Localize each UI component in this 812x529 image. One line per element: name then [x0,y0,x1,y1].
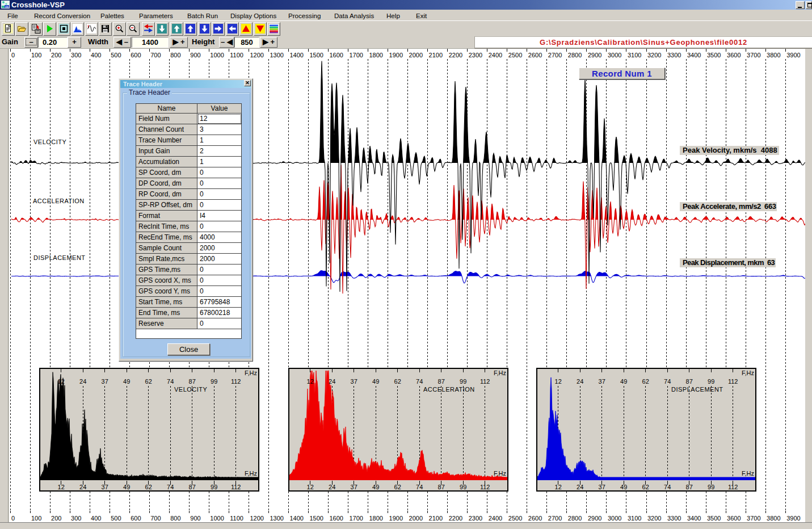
svg-text:VELOCITY: VELOCITY [33,138,67,145]
svg-text:2400: 2400 [489,52,502,58]
svg-text:3900: 3900 [786,515,800,522]
svg-text:112: 112 [231,378,241,385]
svg-text:1700: 1700 [350,515,363,522]
svg-text:2100: 2100 [429,52,443,58]
svg-text:F,Hz: F,Hz [245,470,257,477]
svg-text:12: 12 [58,378,65,385]
svg-text:112: 112 [480,378,490,385]
svg-text:74: 74 [416,378,423,385]
svg-text:3200: 3200 [647,515,661,522]
svg-text:1400: 1400 [289,52,303,58]
svg-text:VELOCITY: VELOCITY [174,386,208,393]
svg-text:300: 300 [71,515,81,522]
svg-text:49: 49 [620,484,627,490]
svg-text:24: 24 [577,378,583,385]
svg-text:74: 74 [664,484,671,490]
svg-text:49: 49 [123,378,130,385]
svg-text:3200: 3200 [647,52,661,58]
svg-text:87: 87 [189,378,196,385]
svg-text:87: 87 [189,484,196,490]
svg-text:112: 112 [728,378,738,385]
svg-text:0: 0 [11,52,15,58]
svg-text:24: 24 [79,484,86,490]
svg-text:37: 37 [102,378,108,385]
svg-text:900: 900 [190,515,200,522]
svg-text:99: 99 [708,378,714,385]
svg-text:99: 99 [460,484,466,490]
svg-text:2900: 2900 [588,52,601,58]
svg-text:500: 500 [111,515,121,522]
svg-text:1600: 1600 [330,515,343,522]
svg-text:62: 62 [642,484,649,490]
svg-text:49: 49 [372,378,379,385]
svg-text:1500: 1500 [310,52,323,58]
svg-text:1700: 1700 [350,52,363,58]
svg-text:24: 24 [329,484,335,490]
svg-text:99: 99 [460,378,466,385]
svg-text:3400: 3400 [687,515,701,522]
svg-text:12: 12 [307,378,314,385]
svg-text:3300: 3300 [667,515,681,522]
svg-text:F,Hz: F,Hz [245,370,257,376]
svg-text:F,Hz: F,Hz [494,470,506,477]
svg-text:12: 12 [307,484,314,490]
svg-text:49: 49 [372,484,379,490]
svg-text:3400: 3400 [687,52,701,58]
svg-text:2200: 2200 [449,52,462,58]
svg-text:62: 62 [145,378,152,385]
svg-text:F,Hz: F,Hz [742,470,754,477]
svg-text:1100: 1100 [230,52,243,58]
svg-text:37: 37 [599,378,605,385]
svg-text:1000: 1000 [210,515,224,522]
svg-text:37: 37 [599,484,605,490]
svg-text:2300: 2300 [469,515,482,522]
svg-text:2500: 2500 [508,52,522,58]
svg-text:100: 100 [31,52,41,58]
svg-text:62: 62 [642,378,649,385]
svg-text:ACCELERATION: ACCELERATION [33,198,85,204]
svg-text:62: 62 [394,378,401,385]
svg-text:74: 74 [167,484,174,490]
svg-text:3500: 3500 [707,515,721,522]
svg-text:3100: 3100 [628,515,641,522]
svg-text:99: 99 [211,378,217,385]
svg-text:12: 12 [58,484,65,490]
svg-text:F,Hz: F,Hz [742,370,754,376]
svg-text:900: 900 [190,52,200,58]
svg-text:1300: 1300 [270,52,283,58]
svg-text:100: 100 [31,515,41,522]
svg-text:300: 300 [71,52,81,58]
svg-text:74: 74 [167,378,174,385]
svg-text:1600: 1600 [330,52,343,58]
svg-text:400: 400 [91,515,101,522]
svg-text:600: 600 [131,515,141,522]
svg-text:3300: 3300 [667,52,681,58]
svg-text:112: 112 [231,484,241,490]
svg-text:DISPLACEMENT: DISPLACEMENT [671,386,723,393]
svg-text:37: 37 [351,378,357,385]
svg-text:1500: 1500 [310,515,323,522]
svg-text:700: 700 [150,52,161,58]
svg-text:62: 62 [145,484,152,490]
svg-text:12: 12 [555,484,562,490]
svg-text:3800: 3800 [767,515,780,522]
svg-text:87: 87 [686,484,693,490]
svg-text:74: 74 [416,484,423,490]
svg-text:2200: 2200 [449,515,462,522]
svg-text:74: 74 [664,378,671,385]
svg-text:0: 0 [11,515,15,522]
svg-text:1200: 1200 [250,515,263,522]
svg-text:2800: 2800 [568,52,582,58]
svg-text:49: 49 [620,378,627,385]
svg-text:xls: xls [5,5,9,9]
svg-text:1900: 1900 [389,515,403,522]
svg-text:1900: 1900 [389,52,403,58]
svg-text:2100: 2100 [429,515,443,522]
svg-text:12: 12 [555,378,562,385]
svg-text:800: 800 [170,515,180,522]
svg-text:200: 200 [51,52,61,58]
svg-text:112: 112 [728,484,738,490]
svg-text:2900: 2900 [588,515,601,522]
svg-text:F,Hz: F,Hz [494,370,506,376]
svg-text:2000: 2000 [409,515,423,522]
